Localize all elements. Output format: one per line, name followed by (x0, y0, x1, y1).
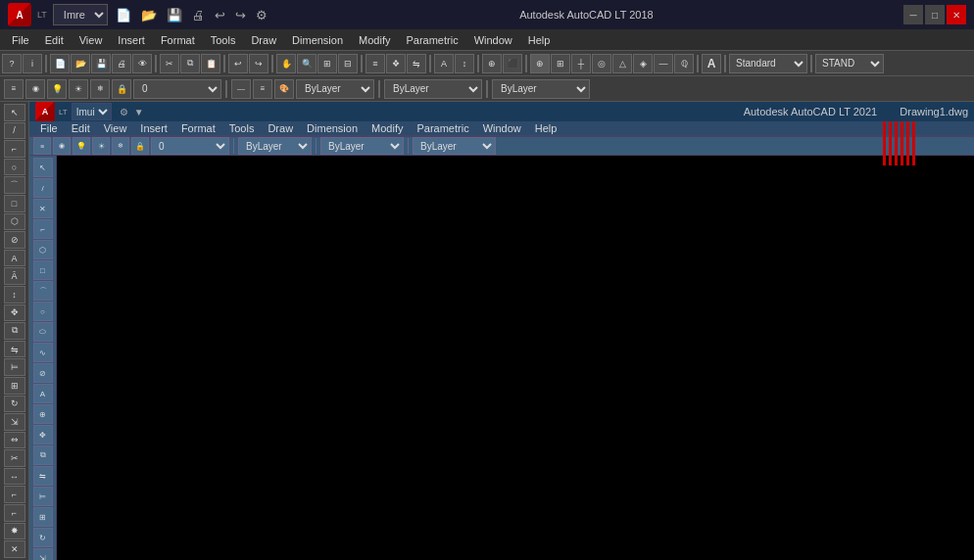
lineweight-selector[interactable]: ByLayer (492, 79, 590, 99)
inner-menu-parametric[interactable]: Parametric (410, 121, 475, 135)
inner-menu-view[interactable]: View (97, 121, 134, 135)
menu-view[interactable]: View (72, 32, 111, 48)
inner-tool-line[interactable]: / (33, 178, 53, 198)
menu-draw[interactable]: Draw (243, 32, 284, 48)
tb-insert-btn[interactable]: ⊕ (482, 54, 502, 73)
tool-text[interactable]: A (4, 250, 25, 267)
tool-mirror[interactable]: ⇋ (4, 341, 25, 358)
menu-file[interactable]: File (4, 32, 37, 48)
inner-menu-window[interactable]: Window (476, 121, 528, 135)
inner-menu-format[interactable]: Format (174, 121, 222, 135)
tb-text-btn[interactable]: A (434, 54, 454, 73)
tb-sun-btn[interactable]: ☀ (69, 79, 88, 99)
tool-move[interactable]: ✥ (4, 304, 25, 322)
tb-lk-btn[interactable]: 🔒 (112, 79, 131, 99)
inner-bulb-btn[interactable]: 💡 (73, 137, 90, 155)
inner-layerprop-btn[interactable]: ≡ (33, 137, 51, 155)
save-icon[interactable]: 💾 (165, 6, 184, 24)
tb-osnap-btn[interactable]: △ (612, 54, 632, 73)
inner-snap2-btn[interactable]: ◉ (53, 137, 71, 155)
tool-rotate[interactable]: ↻ (4, 396, 25, 413)
inner-gear-icon[interactable]: ⚙ (120, 107, 128, 117)
inner-app-selector[interactable]: Imui (72, 103, 112, 120)
inner-tool-rect[interactable]: □ (33, 260, 53, 280)
inner-layer-selector[interactable]: 0 (151, 137, 229, 155)
inner-tool-ellipse[interactable]: ⬭ (33, 322, 53, 342)
tool-break[interactable]: ⌐ (4, 486, 25, 503)
tool-poly[interactable]: ⬡ (4, 213, 25, 231)
tb-zoom-win-btn[interactable]: ⊞ (317, 54, 337, 73)
tb-save-btn[interactable]: 💾 (91, 54, 111, 73)
inner-tool-mirror[interactable]: ⇋ (33, 466, 53, 486)
close-button[interactable]: ✕ (947, 5, 966, 24)
tool-offset[interactable]: ⊨ (4, 358, 25, 376)
inner-menu-modify[interactable]: Modify (365, 121, 410, 135)
inner-tool-spline[interactable]: ∿ (33, 343, 53, 362)
tool-circle[interactable]: ○ (4, 159, 25, 176)
tool-select[interactable]: ↖ (4, 104, 25, 121)
inner-tool-hatch[interactable]: ⊘ (33, 363, 53, 383)
tb-preview-btn[interactable]: 👁 (132, 54, 152, 73)
inner-tool-rotate[interactable]: ↻ (33, 528, 53, 547)
tb-cut-btn[interactable]: ✂ (160, 54, 179, 73)
tool-mtext[interactable]: Ā (4, 267, 25, 285)
tool-line[interactable]: / (4, 122, 25, 140)
linetype-selector[interactable]: ByLayer (384, 79, 482, 99)
tool-stretch[interactable]: ⇔ (4, 432, 25, 449)
tool-scale[interactable]: ⇲ (4, 413, 25, 431)
inner-tool-move[interactable]: ✥ (33, 425, 53, 444)
tb-copy-btn[interactable]: ⧉ (180, 54, 200, 73)
stand-selector[interactable]: STAND (815, 54, 884, 73)
tb-pan-btn[interactable]: ✋ (276, 54, 296, 73)
menu-help[interactable]: Help (520, 32, 559, 48)
inner-tool-pline[interactable]: ⌐ (33, 219, 53, 239)
inner-menu-draw[interactable]: Draw (261, 121, 300, 135)
tb-info-btn[interactable]: i (23, 54, 42, 73)
inner-menu-file[interactable]: File (33, 121, 65, 135)
tool-arc[interactable]: ⌒ (4, 176, 25, 194)
tb-color-btn[interactable]: 🎨 (274, 79, 294, 99)
app-selector[interactable]: Imre (53, 4, 108, 25)
tb-layerprop-btn[interactable]: ≡ (4, 79, 24, 99)
tool-pline[interactable]: ⌐ (4, 140, 25, 158)
tb-lineweight-btn[interactable]: ≡ (253, 79, 272, 99)
inner-lk-btn[interactable]: 🔒 (131, 137, 149, 155)
inner-canvas[interactable] (57, 156, 974, 560)
menu-parametric[interactable]: Parametric (398, 32, 465, 48)
menu-modify[interactable]: Modify (351, 32, 398, 48)
new-icon[interactable]: 📄 (114, 6, 133, 24)
tool-fillet[interactable]: ⌐ (4, 504, 25, 522)
tb-props-btn[interactable]: ❖ (386, 54, 406, 73)
tb-polar-btn[interactable]: ◎ (592, 54, 611, 73)
tool-erase[interactable]: ✕ (4, 540, 25, 558)
tb-undo-btn[interactable]: ↩ (228, 54, 248, 73)
maximize-button[interactable]: □ (925, 5, 945, 24)
print-icon[interactable]: 🖨 (190, 6, 207, 24)
inner-lineweight-selector[interactable]: ByLayer (413, 137, 496, 155)
tb-grid-btn[interactable]: ⊞ (551, 54, 570, 73)
tb-frz-btn[interactable]: ❄ (90, 79, 110, 99)
tb-snap-btn[interactable]: ⊕ (530, 54, 550, 73)
inner-tool-insert[interactable]: ⊕ (33, 404, 53, 424)
tb-qp-btn[interactable]: ℚ (674, 54, 694, 73)
inner-tool-xline[interactable]: ✕ (33, 199, 53, 218)
open-icon[interactable]: 📂 (139, 6, 159, 24)
inner-tool-array[interactable]: ⊞ (33, 507, 53, 527)
tb-layer-btn[interactable]: ≡ (365, 54, 385, 73)
tb-otrack-btn[interactable]: ◈ (633, 54, 653, 73)
inner-settings-icon[interactable]: ▼ (134, 107, 144, 117)
minimize-button[interactable]: ─ (903, 5, 923, 24)
menu-tools[interactable]: Tools (203, 32, 244, 48)
inner-tool-offset[interactable]: ⊨ (33, 487, 53, 506)
inner-color-selector[interactable]: ByLayer (238, 137, 312, 155)
inner-tool-copy[interactable]: ⧉ (33, 445, 53, 465)
inner-frz-btn[interactable]: ❄ (112, 137, 129, 155)
tool-array[interactable]: ⊞ (4, 377, 25, 395)
inner-tool-arc[interactable]: ⌒ (33, 281, 53, 301)
inner-tool-text[interactable]: A (33, 384, 53, 403)
tb-zoom-ext-btn[interactable]: ⊟ (338, 54, 358, 73)
tb-linetype-btn[interactable]: — (231, 79, 251, 99)
menu-window[interactable]: Window (466, 32, 520, 48)
undo-icon[interactable]: ↩ (213, 6, 227, 24)
layer-selector[interactable]: 0 (133, 79, 221, 99)
